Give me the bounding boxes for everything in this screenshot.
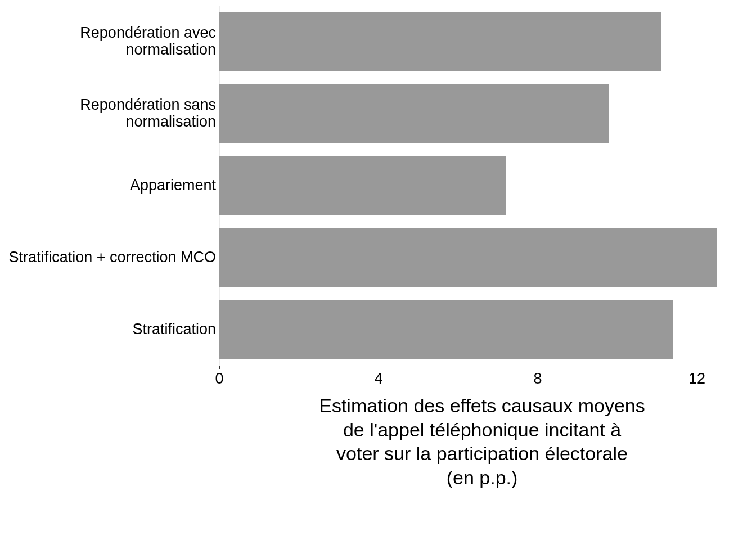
y-tick-mark [216,330,219,330]
x-tick-label: 8 [534,370,542,388]
bar [219,12,661,71]
bar [219,300,673,359]
y-tick-label: Stratification + correction MCO [2,249,216,266]
y-tick-mark [216,258,219,258]
x-tick-mark [538,366,538,369]
x-axis-title-line: Estimation des effets causaux moyens [319,395,645,416]
chart-container: Repondération avec normalisation Repondé… [0,0,756,540]
y-tick-label: Repondération avec normalisation [2,25,216,58]
x-axis-title-line: (en p.p.) [447,467,518,488]
y-tick-label: Stratification [2,321,216,338]
x-tick-mark [219,366,220,369]
bar [219,84,609,143]
bar [219,156,506,215]
x-tick-label: 0 [215,370,223,388]
x-tick-label: 12 [688,370,705,388]
x-tick-label: 4 [375,370,383,388]
x-tick-mark [379,366,379,369]
bar [219,228,717,287]
x-axis-title: Estimation des effets causaux moyens de … [219,394,745,489]
y-tick-label: Repondération sans normalisation [2,97,216,130]
y-tick-mark [216,114,219,114]
x-axis-title-line: voter sur la participation électorale [336,443,628,464]
plot-area [219,6,745,366]
x-tick-mark [697,366,698,369]
x-axis-title-line: de l'appel téléphonique incitant à [343,419,621,440]
y-tick-label: Appariement [2,177,216,194]
y-tick-mark [216,42,219,42]
y-tick-mark [216,186,219,186]
